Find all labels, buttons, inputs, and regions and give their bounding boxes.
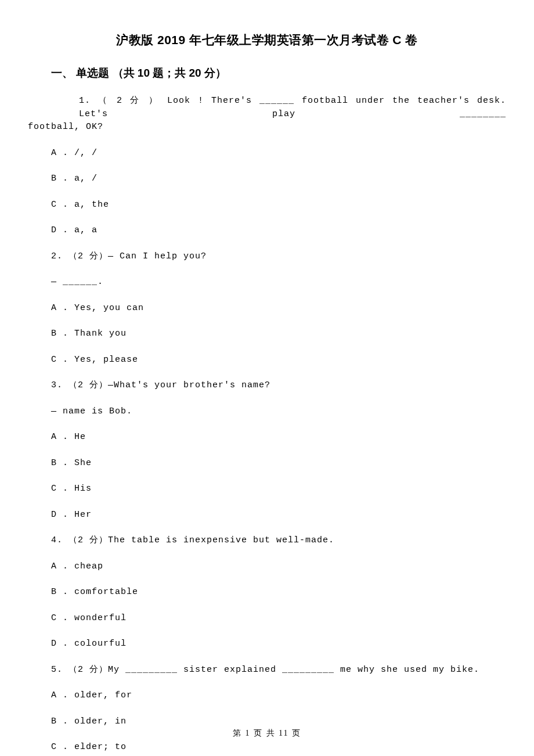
question-3-option-a: A . He [51, 431, 506, 444]
page-container: 沪教版 2019 年七年级上学期英语第一次月考试卷 C 卷 一、 单选题 （共 … [0, 0, 534, 756]
question-3-stem: 3. （2 分）—What's your brother's name? [51, 379, 506, 393]
question-3-option-c: C . His [51, 483, 506, 496]
question-2-option-b: B . Thank you [51, 327, 506, 341]
question-2-option-a: A . Yes, you can [51, 302, 506, 315]
question-1-option-b: B . a, / [51, 172, 506, 186]
document-title: 沪教版 2019 年七年级上学期英语第一次月考试卷 C 卷 [28, 32, 506, 48]
question-2-stem: 2. （2 分）— Can I help you? [51, 250, 506, 264]
question-4-stem: 4. （2 分）The table is inexpensive but wel… [51, 534, 506, 548]
question-1-option-a: A . /, / [51, 147, 506, 160]
question-3-follow: — name is Bob. [51, 405, 506, 419]
question-5-option-a: A . older, for [51, 689, 506, 703]
question-1: 1. （ 2 分 ） Look ! There's ______ footbal… [28, 95, 506, 134]
question-3-option-b: B . She [51, 457, 506, 470]
question-2-follow: — ______. [51, 276, 506, 289]
section-heading: 一、 单选题 （共 10 题；共 20 分） [51, 66, 506, 81]
question-2-option-c: C . Yes, please [51, 354, 506, 367]
question-4-option-c: C . wonderful [51, 612, 506, 625]
question-1-line2: football, OK? [28, 121, 506, 134]
question-1-line1: 1. （ 2 分 ） Look ! There's ______ footbal… [28, 95, 506, 121]
question-3-option-d: D . Her [51, 509, 506, 522]
question-5-stem: 5. （2 分）My _________ sister explained __… [51, 664, 506, 677]
question-1-option-c: C . a, the [51, 199, 506, 212]
question-4-option-d: D . colourful [51, 638, 506, 651]
question-5-option-c: C . elder; to [51, 741, 506, 754]
question-5-option-b: B . older, in [51, 715, 506, 729]
page-footer: 第 1 页 共 11 页 [0, 728, 534, 739]
question-4-option-a: A . cheap [51, 560, 506, 574]
question-4-option-b: B . comfortable [51, 586, 506, 599]
question-1-option-d: D . a, a [51, 224, 506, 237]
